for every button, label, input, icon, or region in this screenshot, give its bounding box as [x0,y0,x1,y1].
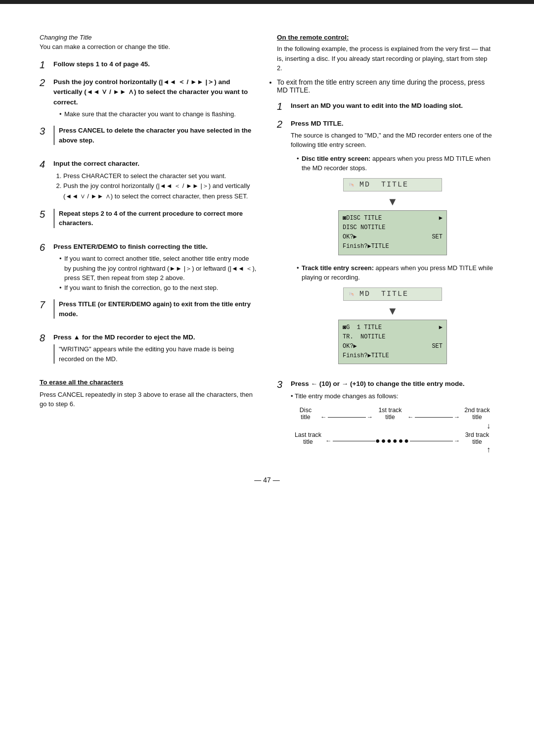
step-6-bullet-2: If you want to finish the correction, go… [59,283,257,293]
step-8: 8 Press ▲ for the MD recorder to eject t… [40,332,257,371]
right-column: On the remote control: In the following … [277,34,494,461]
disc-lcd-top: 🐚 MD TITLE [343,178,442,191]
right-step-2-note: The source is changed to "MD," and the M… [291,131,494,150]
step-7-text: Press TITLE (or ENTER/DEMO again) to exi… [59,300,251,318]
right-step-3-number: 3 [277,379,291,390]
step-5: 5 Repeat steps 2 to 4 of the current pro… [40,209,257,235]
track-diagram: 🐚 MD TITLE ▼ ◙G 1 TITLE▶ TR. NOTITLE OK?… [291,287,494,365]
step-4: 4 Input the correct character. Press CHA… [40,159,257,202]
remote-title: On the remote control: [277,34,494,41]
step-2-number: 2 [40,77,53,88]
track-screen-label: Track title entry screen: appears when y… [291,263,494,283]
chain-arrow-down: ↓ [291,422,494,430]
right-step-2-number: 2 [277,119,291,130]
step-1: 1 Follow steps 1 to 4 of page 45. [40,59,257,70]
step-8-text: Press ▲ for the MD recorder to eject the… [53,333,195,341]
step-8-note: "WRITING" appears while the editing you … [59,344,257,364]
step-1-text: Follow steps 1 to 4 of page 45. [53,60,150,68]
step-6: 6 Press ENTER/DEMO to finish correcting … [40,242,257,292]
erase-section: To erase all the characters Press CANCEL… [40,378,257,409]
arrow-down-1: ▼ [387,195,398,208]
title-chain-diagram: Disctitle ← → 1st tracktitle [291,407,494,454]
right-step-2: 2 Press MD TITLE. The source is changed … [277,119,494,373]
step-2-content: Push the joy control horizontally (|◄◄ ＜… [53,77,257,119]
last-track-label: Last tracktitle [291,431,325,445]
step-5-content: Repeat steps 2 to 4 of the current proce… [53,209,257,235]
step-5-number: 5 [40,209,53,220]
right-intro-bullets: To exit from the title entry screen any … [277,78,494,94]
step-2-text: Push the joy control horizontally (|◄◄ ＜… [53,78,248,106]
right-step-1-number: 1 [277,101,291,112]
page-footer: — 47 — [40,476,494,484]
step-3-content: Press CANCEL to delete the character you… [53,126,257,152]
step-8-number: 8 [40,332,53,343]
step-4-number: 4 [40,159,53,170]
step-3-text: Press CANCEL to delete the character you… [59,127,251,144]
step-1-content: Follow steps 1 to 4 of page 45. [53,59,257,69]
step-7-content: Press TITLE (or ENTER/DEMO again) to exi… [53,299,257,326]
left-column: Changing the Title You can make a correc… [40,34,257,461]
second-track-label: 2nd tracktitle [460,407,494,421]
step-4-item-2: Push the joy control horizontally (|◄◄ ＜… [63,181,257,202]
right-step-3: 3 Press ← (10) or → (+10) to change the … [277,379,494,454]
step-6-bullet-1: If you want to correct another title, se… [59,254,257,283]
step-5-text: Repeat steps 2 to 4 of the current proce… [59,210,243,227]
step-4-text: Input the correct character. [53,160,139,167]
right-step-1: 1 Insert an MD you want to edit into the… [277,101,494,112]
disc-screen-label: Disc title entry screen: appears when yo… [291,154,494,173]
step-1-number: 1 [40,59,53,70]
step-4-list: Press CHARACTER to select the character … [53,171,257,202]
track-lcd-top: 🐚 MD TITLE [343,287,442,301]
right-step-3-note: • Title entry mode changes as follows: [291,391,494,401]
chain-arrow-up: ↑ [291,445,494,454]
right-intro-bullet: To exit from the title entry screen any … [277,78,494,94]
right-step-2-text: Press MD TITLE. [291,120,344,127]
third-track-label: 3rd tracktitle [460,431,494,445]
step-3: 3 Press CANCEL to delete the character y… [40,126,257,152]
erase-text: Press CANCEL repeatedly in step 3 above … [40,390,257,409]
step-6-bullets: If you want to correct another title, se… [53,254,257,292]
step-2: 2 Push the joy control horizontally (|◄◄… [40,77,257,119]
right-intro-1: In the following example, the process is… [277,44,494,73]
step-6-content: Press ENTER/DEMO to finish correcting th… [53,242,257,292]
disc-diagram: 🐚 MD TITLE ▼ ◙DISC TITLE▶ DISC NOTITLE O… [291,178,494,255]
erase-title: To erase all the characters [40,378,257,387]
step-8-content: Press ▲ for the MD recorder to eject the… [53,332,257,371]
track-screen-bullet: Track title entry screen: appears when y… [297,263,494,283]
section-subtitle: You can make a correction or change the … [40,43,257,50]
arrow-down-2: ▼ [387,305,398,318]
footer-text: — 47 — [254,476,279,484]
step-2-bullets: Make sure that the character you want to… [53,109,257,119]
disc-screen-bullet: Disc title entry screen: appears when yo… [297,154,494,173]
step-6-number: 6 [40,242,53,253]
step-4-item-1: Press CHARACTER to select the character … [63,171,257,182]
right-step-2-content: Press MD TITLE. The source is changed to… [291,119,494,373]
step-3-number: 3 [40,126,53,137]
right-step-3-content: Press ← (10) or → (+10) to change the ti… [291,379,494,454]
step-2-bullet-1: Make sure that the character you want to… [59,109,257,119]
step-7-number: 7 [40,299,53,310]
step-4-content: Input the correct character. Press CHARA… [53,159,257,202]
top-bar [0,0,534,4]
right-step-1-text: Insert an MD you want to edit into the M… [291,102,463,109]
disc-lcd-main: ◙DISC TITLE▶ DISC NOTITLE OK?▶SET Finish… [338,210,447,255]
section-title: Changing the Title [40,34,257,41]
step-7: 7 Press TITLE (or ENTER/DEMO again) to e… [40,299,257,326]
disc-title-label: Disctitle [291,407,320,421]
first-track-label: 1st tracktitle [373,407,407,421]
track-lcd-main: ◙G 1 TITLE▶ TR. NOTITLE OK?▶SET Finish?▶… [338,320,447,365]
right-step-3-text: Press ← (10) or → (+10) to change the ti… [291,380,464,387]
right-step-1-content: Insert an MD you want to edit into the M… [291,101,494,111]
step-6-text: Press ENTER/DEMO to finish correcting th… [53,243,208,250]
